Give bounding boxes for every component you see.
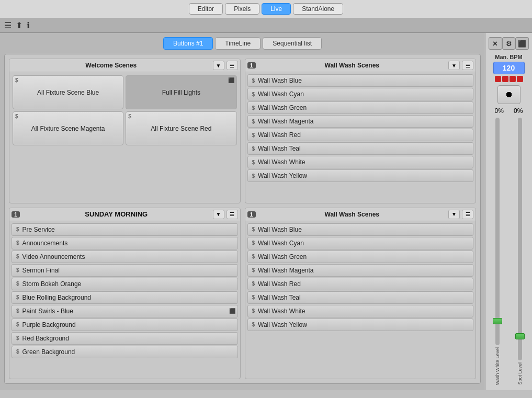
fader-left-percent: 0% <box>495 107 504 115</box>
tile-magenta[interactable]: $ All Fixture Scene Magenta <box>13 111 123 145</box>
wallwash2-body: $Wall Wash Blue $Wall Wash Cyan $Wall Wa… <box>245 221 476 379</box>
wallwash1-header: 1 Wall Wash Scenes ▼ ☰ <box>245 59 476 72</box>
list-item[interactable]: $Purple Background <box>12 319 238 331</box>
list-item[interactable]: $Wall Wash Teal <box>247 142 474 155</box>
sunday-dropdown[interactable]: ▼ <box>213 210 224 219</box>
list-item[interactable]: $Wall Wash White <box>247 156 474 168</box>
welcome-menu[interactable]: ☰ <box>227 61 238 70</box>
nav-live[interactable]: Live <box>262 3 291 15</box>
dollar-icon: $ <box>252 240 255 246</box>
list-item[interactable]: $Announcements <box>12 237 238 249</box>
sunday-badge: 1 <box>12 211 20 218</box>
tab-buttons1[interactable]: Buttons #1 <box>163 37 213 50</box>
list-item[interactable]: $Red Background <box>12 332 238 345</box>
fader-left-handle[interactable] <box>493 318 502 324</box>
tab-bar: Buttons #1 TimeLine Sequential list <box>4 37 481 50</box>
list-item[interactable]: $Sermon Final <box>12 264 238 277</box>
list-item[interactable]: $ Paint Swirls - Blue ⬛ <box>12 305 238 317</box>
fader-left-track[interactable] <box>495 118 500 345</box>
dollar-icon: $ <box>16 267 19 273</box>
wallwash2-header: 1 Wall Wash Scenes ▼ ☰ <box>245 208 476 221</box>
wallwash-panel-1: 1 Wall Wash Scenes ▼ ☰ $Wall Wash Blue $… <box>245 59 477 203</box>
nav-pixels[interactable]: Pixels <box>225 3 259 15</box>
bpm-dot-3 <box>510 76 516 82</box>
list-item[interactable]: $Wall Wash Cyan <box>247 88 474 100</box>
dollar-icon: $ <box>16 281 19 287</box>
list-item[interactable]: $Wall Wash Magenta <box>247 264 474 277</box>
dollar-icon: $ <box>252 119 255 124</box>
main-area: Buttons #1 TimeLine Sequential list Welc… <box>0 33 532 390</box>
tab-sequential[interactable]: Sequential list <box>263 37 322 50</box>
bpm-dot-4 <box>517 76 523 82</box>
list-item[interactable]: $Wall Wash Magenta <box>247 115 474 128</box>
dollar-icon: $ <box>252 78 255 84</box>
fader-section: Wash White Level Spot Level <box>488 118 530 387</box>
sunday-header: 1 SUNDAY MORNING ▼ ☰ <box>9 208 240 221</box>
list-item[interactable]: $Wall Wash Yellow <box>247 169 474 182</box>
bpm-section: Man. BPM <box>488 54 530 82</box>
info-icon[interactable]: ℹ <box>27 20 30 30</box>
hamburger-icon[interactable]: ☰ <box>4 20 12 30</box>
fader-right-percent: 0% <box>514 107 523 115</box>
dollar-icon: $ <box>252 254 255 259</box>
wallwash2-dropdown[interactable]: ▼ <box>448 210 460 219</box>
list-item[interactable]: $Green Background <box>12 346 238 358</box>
wallwash1-title: Wall Wash Scenes <box>258 62 447 69</box>
welcome-dropdown[interactable]: ▼ <box>213 61 224 70</box>
close-icon-btn[interactable]: ✕ <box>489 37 502 50</box>
wallwash2-badge: 1 <box>247 211 256 218</box>
dollar-icon: $ <box>16 335 19 341</box>
fader-left-label: Wash White Level <box>495 347 500 385</box>
list-item[interactable]: $Wall Wash Red <box>247 278 474 290</box>
tab-timeline[interactable]: TimeLine <box>215 37 261 50</box>
fader-left-column: Wash White Level <box>488 118 507 385</box>
fader-right-handle[interactable] <box>515 333 525 339</box>
bpm-input[interactable] <box>493 62 525 74</box>
wallwash2-menu[interactable]: ☰ <box>462 210 473 219</box>
dollar-icon: $ <box>15 113 18 119</box>
right-sidebar: ✕ ⚙ ⬛ Man. BPM ⏺ 0% 0% <box>485 33 532 390</box>
list-item[interactable]: $Pre Service <box>12 223 238 236</box>
list-item[interactable]: $Wall Wash White <box>247 305 474 317</box>
sunday-menu[interactable]: ☰ <box>227 210 238 219</box>
list-item[interactable]: $Wall Wash Red <box>247 129 474 141</box>
dollar-icon: $ <box>16 294 19 300</box>
fader-right-track[interactable] <box>518 118 522 360</box>
tile-full[interactable]: ⬛ Full Fill Lights <box>126 75 236 109</box>
list-item[interactable]: $Wall Wash Cyan <box>247 237 474 249</box>
list-item[interactable]: $Blue Rolling Background <box>12 291 238 304</box>
bpm-dot-1 <box>495 76 501 82</box>
dollar-icon: $ <box>16 240 19 246</box>
wallwash1-menu[interactable]: ☰ <box>462 61 473 70</box>
list-item[interactable]: $Wall Wash Green <box>247 101 474 114</box>
wallwash-panel-2: 1 Wall Wash Scenes ▼ ☰ $Wall Wash Blue $… <box>245 208 477 380</box>
list-item[interactable]: $Storm Bokeh Orange <box>12 278 238 290</box>
sunday-panel: 1 SUNDAY MORNING ▼ ☰ $Pre Service $Annou… <box>9 208 241 380</box>
list-item[interactable]: $Wall Wash Blue <box>247 223 474 236</box>
welcome-panel: Welcome Scenes ▼ ☰ $ All Fixture Scene B… <box>9 59 241 203</box>
dollar-icon: $ <box>252 322 255 327</box>
top-nav: Editor Pixels Live StandAlone <box>0 0 532 18</box>
tap-button[interactable]: ⏺ <box>497 85 520 104</box>
wallwash1-dropdown[interactable]: ▼ <box>448 61 460 70</box>
list-item[interactable]: $Wall Wash Green <box>247 251 474 263</box>
list-item[interactable]: $Video Announcements <box>12 251 238 263</box>
tile-red[interactable]: $ All Fixture Scene Red <box>126 111 236 145</box>
gear-icon-btn[interactable]: ⚙ <box>502 37 516 50</box>
list-item[interactable]: $Wall Wash Teal <box>247 291 474 304</box>
welcome-panel-header: Welcome Scenes ▼ ☰ <box>9 59 240 72</box>
dollar-icon: $ <box>16 226 19 232</box>
nav-standalone[interactable]: StandAlone <box>293 3 343 15</box>
tile-blue[interactable]: $ All Fixture Scene Blue <box>13 75 123 109</box>
dollar-icon: $ <box>16 254 19 259</box>
sidebar-icons-top: ✕ ⚙ ⬛ <box>488 36 530 51</box>
upload-icon[interactable]: ⬆ <box>16 20 22 30</box>
list-item[interactable]: $Wall Wash Blue <box>247 74 474 87</box>
list-item[interactable]: $Wall Wash Yellow <box>247 319 474 331</box>
display-icon-btn[interactable]: ⬛ <box>515 37 529 50</box>
dollar-icon: $ <box>16 308 19 314</box>
sunday-title: SUNDAY MORNING <box>22 210 211 218</box>
nav-editor[interactable]: Editor <box>189 3 223 15</box>
dollar-icon: $ <box>252 267 255 273</box>
dollar-icon: $ <box>16 349 19 355</box>
